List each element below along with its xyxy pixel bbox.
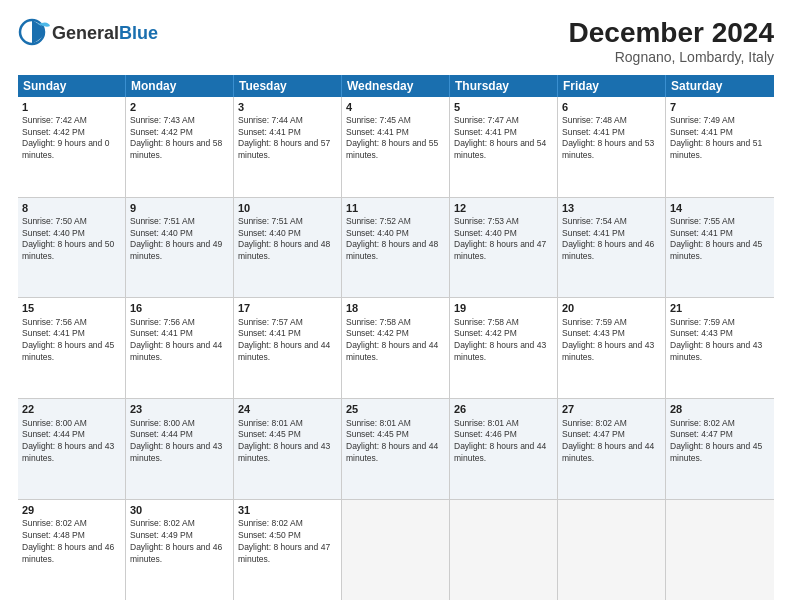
cell-info: Sunrise: 7:45 AMSunset: 4:41 PMDaylight:… bbox=[346, 115, 438, 160]
header-day-friday: Friday bbox=[558, 75, 666, 97]
day-number: 3 bbox=[238, 100, 337, 114]
calendar-cell: 8Sunrise: 7:50 AMSunset: 4:40 PMDaylight… bbox=[18, 198, 126, 298]
day-number: 11 bbox=[346, 201, 445, 215]
cell-info: Sunrise: 8:02 AMSunset: 4:47 PMDaylight:… bbox=[670, 418, 762, 463]
title-block: December 2024 Rognano, Lombardy, Italy bbox=[569, 18, 774, 65]
logo-icon bbox=[18, 18, 50, 50]
day-number: 19 bbox=[454, 301, 553, 315]
day-number: 7 bbox=[670, 100, 770, 114]
calendar-cell bbox=[558, 500, 666, 600]
calendar-cell: 12Sunrise: 7:53 AMSunset: 4:40 PMDayligh… bbox=[450, 198, 558, 298]
calendar-cell: 7Sunrise: 7:49 AMSunset: 4:41 PMDaylight… bbox=[666, 97, 774, 197]
cell-info: Sunrise: 8:00 AMSunset: 4:44 PMDaylight:… bbox=[22, 418, 114, 463]
cell-info: Sunrise: 8:02 AMSunset: 4:48 PMDaylight:… bbox=[22, 518, 114, 563]
day-number: 4 bbox=[346, 100, 445, 114]
day-number: 20 bbox=[562, 301, 661, 315]
cell-info: Sunrise: 7:50 AMSunset: 4:40 PMDaylight:… bbox=[22, 216, 114, 261]
calendar: SundayMondayTuesdayWednesdayThursdayFrid… bbox=[18, 75, 774, 600]
day-number: 16 bbox=[130, 301, 229, 315]
cell-info: Sunrise: 7:58 AMSunset: 4:42 PMDaylight:… bbox=[454, 317, 546, 362]
cell-info: Sunrise: 7:53 AMSunset: 4:40 PMDaylight:… bbox=[454, 216, 546, 261]
day-number: 6 bbox=[562, 100, 661, 114]
day-number: 27 bbox=[562, 402, 661, 416]
calendar-cell: 2Sunrise: 7:43 AMSunset: 4:42 PMDaylight… bbox=[126, 97, 234, 197]
cell-info: Sunrise: 7:51 AMSunset: 4:40 PMDaylight:… bbox=[130, 216, 222, 261]
calendar-cell bbox=[450, 500, 558, 600]
page: GeneralBlue December 2024 Rognano, Lomba… bbox=[0, 0, 792, 612]
day-number: 5 bbox=[454, 100, 553, 114]
cell-info: Sunrise: 7:58 AMSunset: 4:42 PMDaylight:… bbox=[346, 317, 438, 362]
calendar-week-4: 22Sunrise: 8:00 AMSunset: 4:44 PMDayligh… bbox=[18, 399, 774, 500]
logo: GeneralBlue bbox=[18, 18, 158, 50]
day-number: 18 bbox=[346, 301, 445, 315]
cell-info: Sunrise: 8:02 AMSunset: 4:50 PMDaylight:… bbox=[238, 518, 330, 563]
calendar-body: 1Sunrise: 7:42 AMSunset: 4:42 PMDaylight… bbox=[18, 97, 774, 600]
calendar-week-3: 15Sunrise: 7:56 AMSunset: 4:41 PMDayligh… bbox=[18, 298, 774, 399]
calendar-cell: 4Sunrise: 7:45 AMSunset: 4:41 PMDaylight… bbox=[342, 97, 450, 197]
day-number: 17 bbox=[238, 301, 337, 315]
cell-info: Sunrise: 7:55 AMSunset: 4:41 PMDaylight:… bbox=[670, 216, 762, 261]
calendar-cell: 14Sunrise: 7:55 AMSunset: 4:41 PMDayligh… bbox=[666, 198, 774, 298]
calendar-cell: 24Sunrise: 8:01 AMSunset: 4:45 PMDayligh… bbox=[234, 399, 342, 499]
day-number: 21 bbox=[670, 301, 770, 315]
calendar-week-1: 1Sunrise: 7:42 AMSunset: 4:42 PMDaylight… bbox=[18, 97, 774, 198]
cell-info: Sunrise: 7:51 AMSunset: 4:40 PMDaylight:… bbox=[238, 216, 330, 261]
cell-info: Sunrise: 7:49 AMSunset: 4:41 PMDaylight:… bbox=[670, 115, 762, 160]
day-number: 12 bbox=[454, 201, 553, 215]
cell-info: Sunrise: 8:02 AMSunset: 4:47 PMDaylight:… bbox=[562, 418, 654, 463]
cell-info: Sunrise: 7:56 AMSunset: 4:41 PMDaylight:… bbox=[130, 317, 222, 362]
day-number: 13 bbox=[562, 201, 661, 215]
calendar-cell: 25Sunrise: 8:01 AMSunset: 4:45 PMDayligh… bbox=[342, 399, 450, 499]
calendar-week-2: 8Sunrise: 7:50 AMSunset: 4:40 PMDaylight… bbox=[18, 198, 774, 299]
calendar-cell: 1Sunrise: 7:42 AMSunset: 4:42 PMDaylight… bbox=[18, 97, 126, 197]
calendar-cell: 21Sunrise: 7:59 AMSunset: 4:43 PMDayligh… bbox=[666, 298, 774, 398]
day-number: 31 bbox=[238, 503, 337, 517]
page-title: December 2024 bbox=[569, 18, 774, 49]
cell-info: Sunrise: 8:01 AMSunset: 4:46 PMDaylight:… bbox=[454, 418, 546, 463]
logo-general-text: General bbox=[52, 23, 119, 43]
day-number: 29 bbox=[22, 503, 121, 517]
day-number: 24 bbox=[238, 402, 337, 416]
cell-info: Sunrise: 7:54 AMSunset: 4:41 PMDaylight:… bbox=[562, 216, 654, 261]
cell-info: Sunrise: 7:57 AMSunset: 4:41 PMDaylight:… bbox=[238, 317, 330, 362]
header-day-thursday: Thursday bbox=[450, 75, 558, 97]
calendar-cell: 27Sunrise: 8:02 AMSunset: 4:47 PMDayligh… bbox=[558, 399, 666, 499]
calendar-cell bbox=[666, 500, 774, 600]
calendar-cell: 10Sunrise: 7:51 AMSunset: 4:40 PMDayligh… bbox=[234, 198, 342, 298]
calendar-cell: 6Sunrise: 7:48 AMSunset: 4:41 PMDaylight… bbox=[558, 97, 666, 197]
day-number: 8 bbox=[22, 201, 121, 215]
header-day-saturday: Saturday bbox=[666, 75, 774, 97]
day-number: 30 bbox=[130, 503, 229, 517]
calendar-cell: 16Sunrise: 7:56 AMSunset: 4:41 PMDayligh… bbox=[126, 298, 234, 398]
header: GeneralBlue December 2024 Rognano, Lomba… bbox=[18, 18, 774, 65]
cell-info: Sunrise: 8:01 AMSunset: 4:45 PMDaylight:… bbox=[238, 418, 330, 463]
calendar-cell: 31Sunrise: 8:02 AMSunset: 4:50 PMDayligh… bbox=[234, 500, 342, 600]
header-day-wednesday: Wednesday bbox=[342, 75, 450, 97]
header-day-tuesday: Tuesday bbox=[234, 75, 342, 97]
cell-info: Sunrise: 7:59 AMSunset: 4:43 PMDaylight:… bbox=[562, 317, 654, 362]
cell-info: Sunrise: 7:52 AMSunset: 4:40 PMDaylight:… bbox=[346, 216, 438, 261]
calendar-cell: 29Sunrise: 8:02 AMSunset: 4:48 PMDayligh… bbox=[18, 500, 126, 600]
day-number: 23 bbox=[130, 402, 229, 416]
calendar-cell: 26Sunrise: 8:01 AMSunset: 4:46 PMDayligh… bbox=[450, 399, 558, 499]
calendar-cell: 28Sunrise: 8:02 AMSunset: 4:47 PMDayligh… bbox=[666, 399, 774, 499]
calendar-cell: 23Sunrise: 8:00 AMSunset: 4:44 PMDayligh… bbox=[126, 399, 234, 499]
calendar-cell: 9Sunrise: 7:51 AMSunset: 4:40 PMDaylight… bbox=[126, 198, 234, 298]
day-number: 2 bbox=[130, 100, 229, 114]
calendar-cell: 22Sunrise: 8:00 AMSunset: 4:44 PMDayligh… bbox=[18, 399, 126, 499]
cell-info: Sunrise: 8:00 AMSunset: 4:44 PMDaylight:… bbox=[130, 418, 222, 463]
calendar-cell: 20Sunrise: 7:59 AMSunset: 4:43 PMDayligh… bbox=[558, 298, 666, 398]
calendar-cell: 13Sunrise: 7:54 AMSunset: 4:41 PMDayligh… bbox=[558, 198, 666, 298]
cell-info: Sunrise: 8:01 AMSunset: 4:45 PMDaylight:… bbox=[346, 418, 438, 463]
calendar-cell: 17Sunrise: 7:57 AMSunset: 4:41 PMDayligh… bbox=[234, 298, 342, 398]
page-subtitle: Rognano, Lombardy, Italy bbox=[569, 49, 774, 65]
day-number: 22 bbox=[22, 402, 121, 416]
day-number: 1 bbox=[22, 100, 121, 114]
cell-info: Sunrise: 7:47 AMSunset: 4:41 PMDaylight:… bbox=[454, 115, 546, 160]
cell-info: Sunrise: 8:02 AMSunset: 4:49 PMDaylight:… bbox=[130, 518, 222, 563]
cell-info: Sunrise: 7:56 AMSunset: 4:41 PMDaylight:… bbox=[22, 317, 114, 362]
calendar-cell: 19Sunrise: 7:58 AMSunset: 4:42 PMDayligh… bbox=[450, 298, 558, 398]
day-number: 25 bbox=[346, 402, 445, 416]
day-number: 15 bbox=[22, 301, 121, 315]
calendar-cell: 5Sunrise: 7:47 AMSunset: 4:41 PMDaylight… bbox=[450, 97, 558, 197]
